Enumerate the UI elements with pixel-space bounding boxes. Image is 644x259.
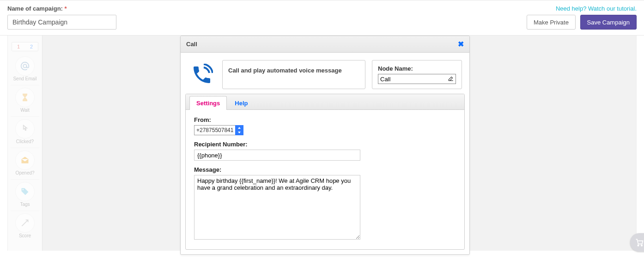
at-icon xyxy=(16,57,34,75)
message-textarea[interactable] xyxy=(194,175,360,240)
svg-point-1 xyxy=(23,189,24,191)
palette-item-label: Tags xyxy=(11,202,39,207)
required-asterisk: * xyxy=(65,5,67,12)
call-node-dialog: Call ✖ Call and play automated voice mes… xyxy=(180,36,470,255)
hourglass-icon xyxy=(16,88,34,107)
palette-tab-1[interactable]: 1 xyxy=(12,42,25,51)
palette-item-tags[interactable]: Tags xyxy=(11,180,39,211)
recipient-label: Recipient Number: xyxy=(194,141,456,148)
recipient-number-input[interactable] xyxy=(194,150,360,161)
from-select[interactable]: +27875507841 xyxy=(194,125,243,135)
make-private-button[interactable]: Make Private xyxy=(527,15,576,30)
node-palette: 1 2 Send Email Wait Clicked? xyxy=(8,36,43,251)
message-label: Message: xyxy=(194,166,456,173)
from-label: From: xyxy=(194,116,456,123)
envelope-open-icon xyxy=(16,151,34,169)
palette-item-label: Score xyxy=(11,233,39,238)
tab-settings[interactable]: Settings xyxy=(189,96,227,110)
palette-item-label: Clicked? xyxy=(11,139,39,144)
from-select-value: +27875507841 xyxy=(194,125,235,135)
palette-item-send-email[interactable]: Send Email xyxy=(11,54,39,85)
palette-item-label: Send Email xyxy=(11,76,39,81)
tag-icon xyxy=(16,182,34,201)
svg-point-3 xyxy=(641,245,643,246)
dialog-description: Call and play automated voice message xyxy=(222,60,365,89)
campaign-name-label: Name of campaign: * xyxy=(7,5,67,12)
dialog-title: Call xyxy=(186,41,197,48)
palette-item-score[interactable]: Score xyxy=(11,211,39,242)
palette-item-wait[interactable]: Wait xyxy=(11,85,39,117)
campaign-name-input[interactable] xyxy=(7,15,116,30)
palette-tabs[interactable]: 1 2 xyxy=(12,42,38,51)
node-name-label: Node Name: xyxy=(378,65,456,72)
wand-icon xyxy=(16,214,34,232)
tab-help[interactable]: Help xyxy=(228,96,255,110)
svg-point-0 xyxy=(23,64,26,67)
edit-icon[interactable] xyxy=(448,75,454,83)
page-header: Name of campaign: * Need help? Watch our… xyxy=(0,0,644,36)
palette-item-opened[interactable]: Opened? xyxy=(11,148,39,180)
node-name-box: Node Name: xyxy=(372,60,462,89)
dropdown-arrows-icon[interactable] xyxy=(235,125,243,135)
workflow-canvas: 1 2 Send Email Wait Clicked? xyxy=(7,36,637,251)
palette-tab-2[interactable]: 2 xyxy=(25,42,38,51)
pointer-icon xyxy=(16,120,34,138)
dialog-tabs: Settings Help xyxy=(186,94,464,110)
close-icon[interactable]: ✖ xyxy=(458,40,464,48)
palette-item-clicked[interactable]: Clicked? xyxy=(11,117,39,148)
call-icon xyxy=(188,60,216,89)
svg-point-2 xyxy=(638,245,639,246)
save-campaign-button[interactable]: Save Campaign xyxy=(580,15,637,30)
palette-item-label: Opened? xyxy=(11,170,39,175)
node-name-input[interactable] xyxy=(378,74,456,84)
tutorial-link[interactable]: Need help? Watch our tutorial. xyxy=(527,5,637,12)
palette-item-label: Wait xyxy=(11,108,39,113)
